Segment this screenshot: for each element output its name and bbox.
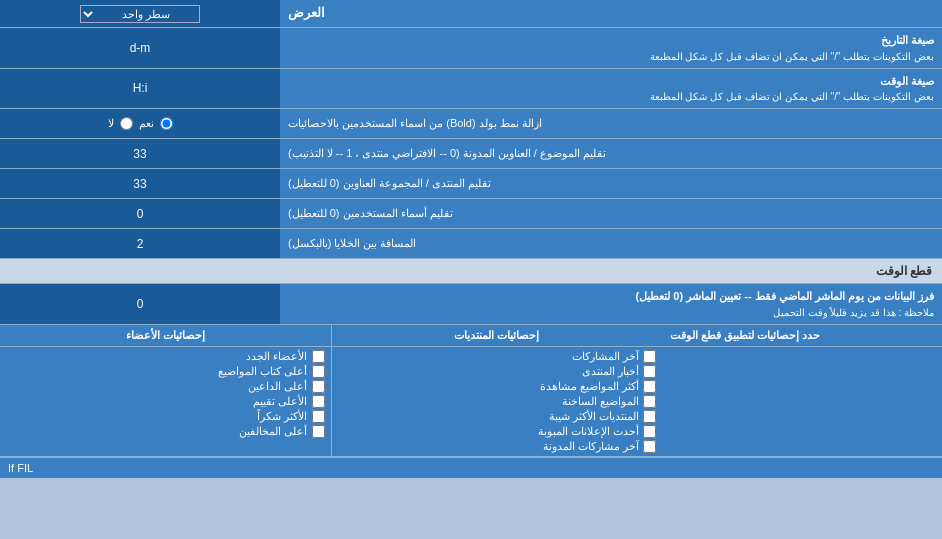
topics-trim-label: تقليم الموضوع / العناوين المدونة (0 -- ا…: [280, 139, 942, 168]
display-dropdown[interactable]: سطر واحد: [80, 5, 200, 23]
cb-top-inviters: أعلى الداعين: [6, 380, 325, 393]
cb-top-rated-check[interactable]: [312, 395, 325, 408]
col2-checkboxes: الأعضاء الجدد أعلى كتاب المواضيع أعلى ال…: [0, 347, 331, 456]
col1-checkboxes: آخر المشاركات أخبار المنتدى أكثر المواضي…: [331, 347, 663, 456]
cb-similar-forums: المنتديات الأكثر شيبة: [338, 410, 657, 423]
date-format-input[interactable]: [19, 41, 260, 55]
topics-trim-row: تقليم الموضوع / العناوين المدونة (0 -- ا…: [0, 139, 942, 169]
cell-spacing-input[interactable]: [19, 237, 260, 251]
usernames-trim-row: تقليم أسماء المستخدمين (0 للتعطيل): [0, 199, 942, 229]
cb-most-viewed-check[interactable]: [643, 380, 656, 393]
if-fil-text: If FIL: [0, 457, 942, 478]
topics-trim-input-container[interactable]: [0, 139, 280, 168]
date-format-input-container[interactable]: [0, 28, 280, 68]
col2-header: إحصائيات الأعضاء: [0, 325, 331, 346]
bold-remove-label: ازالة نمط بولد (Bold) من اسماء المستخدمي…: [280, 109, 942, 138]
usernames-trim-input-container[interactable]: [0, 199, 280, 228]
cb-last-posts: آخر المشاركات: [338, 350, 657, 363]
time-format-input-container[interactable]: [0, 69, 280, 109]
cb-last-posts-check[interactable]: [643, 350, 656, 363]
stats-header-row: حدد إحصائيات لتطبيق قطع الوقت إحصائيات ا…: [0, 325, 942, 347]
main-container: العرض سطر واحد صيغة التاريخ بعض التكوينا…: [0, 0, 942, 478]
cb-hot-topics-check[interactable]: [643, 395, 656, 408]
bold-yes-label: نعم: [139, 117, 154, 130]
time-format-input[interactable]: [19, 81, 260, 95]
bold-radio-group: نعم لا: [108, 117, 173, 130]
cb-top-rated: الأعلى تقييم: [6, 395, 325, 408]
apply-label: حدد إحصائيات لتطبيق قطع الوقت: [662, 325, 942, 346]
cb-latest-ads-check[interactable]: [643, 425, 656, 438]
cut-time-input-container[interactable]: [0, 284, 280, 324]
time-format-label: صيغة الوقت بعض التكوينات يتطلب "/" التي …: [280, 69, 942, 109]
cut-time-input[interactable]: [19, 297, 260, 311]
cb-blog-posts-check[interactable]: [643, 440, 656, 453]
cut-time-section-header: قطع الوقت: [0, 259, 942, 284]
apply-col-spacer: [662, 347, 942, 456]
cb-most-viewed: أكثر المواضيع مشاهدة: [338, 380, 657, 393]
bold-remove-row: ازالة نمط بولد (Bold) من اسماء المستخدمي…: [0, 109, 942, 139]
cb-new-members-check[interactable]: [312, 350, 325, 363]
cb-forum-news-check[interactable]: [643, 365, 656, 378]
cb-forum-news: أخبار المنتدى: [338, 365, 657, 378]
cb-new-members: الأعضاء الجدد: [6, 350, 325, 363]
cell-spacing-row: المسافة بين الخلايا (بالبكسل): [0, 229, 942, 259]
forum-trim-row: تقليم المنتدى / المجموعة العناوين (0 للت…: [0, 169, 942, 199]
cut-time-row: فرز البيانات من يوم الماشر الماضي فقط --…: [0, 284, 942, 325]
forum-trim-input-container[interactable]: [0, 169, 280, 198]
cb-latest-ads: أحدث الإعلانات المبوبة: [338, 425, 657, 438]
cb-hot-topics: المواضيع الساخنة: [338, 395, 657, 408]
cell-spacing-input-container[interactable]: [0, 229, 280, 258]
cb-blog-posts: آخر مشاركات المدونة: [338, 440, 657, 453]
bold-remove-radio-container: نعم لا: [0, 109, 280, 138]
cb-top-topic-writers-check[interactable]: [312, 365, 325, 378]
bold-no-label: لا: [108, 117, 114, 130]
cell-spacing-label: المسافة بين الخلايا (بالبكسل): [280, 229, 942, 258]
time-format-row: صيغة الوقت بعض التكوينات يتطلب "/" التي …: [0, 69, 942, 110]
forum-trim-input[interactable]: [19, 177, 260, 191]
date-format-label: صيغة التاريخ بعض التكوينات يتطلب "/" الت…: [280, 28, 942, 68]
cut-time-label: فرز البيانات من يوم الماشر الماضي فقط --…: [280, 284, 942, 324]
dropdown-container[interactable]: سطر واحد: [0, 0, 280, 27]
stats-section: حدد إحصائيات لتطبيق قطع الوقت إحصائيات ا…: [0, 325, 942, 457]
checkbox-items-row: آخر المشاركات أخبار المنتدى أكثر المواضي…: [0, 347, 942, 457]
bold-yes-radio[interactable]: [160, 117, 173, 130]
page-title: العرض: [280, 0, 942, 27]
bold-no-radio[interactable]: [120, 117, 133, 130]
usernames-trim-label: تقليم أسماء المستخدمين (0 للتعطيل): [280, 199, 942, 228]
header-row: العرض سطر واحد: [0, 0, 942, 28]
topics-trim-input[interactable]: [19, 147, 260, 161]
forum-trim-label: تقليم المنتدى / المجموعة العناوين (0 للت…: [280, 169, 942, 198]
cb-top-topic-writers: أعلى كتاب المواضيع: [6, 365, 325, 378]
cb-most-thanked: الأكثر شكراً: [6, 410, 325, 423]
usernames-trim-input[interactable]: [19, 207, 260, 221]
cb-top-inviters-check[interactable]: [312, 380, 325, 393]
cb-top-violators: أعلى المخالفين: [6, 425, 325, 438]
cb-similar-forums-check[interactable]: [643, 410, 656, 423]
col1-header: إحصائيات المنتديات: [331, 325, 663, 346]
cb-most-thanked-check[interactable]: [312, 410, 325, 423]
cb-top-violators-check[interactable]: [312, 425, 325, 438]
date-format-row: صيغة التاريخ بعض التكوينات يتطلب "/" الت…: [0, 28, 942, 69]
